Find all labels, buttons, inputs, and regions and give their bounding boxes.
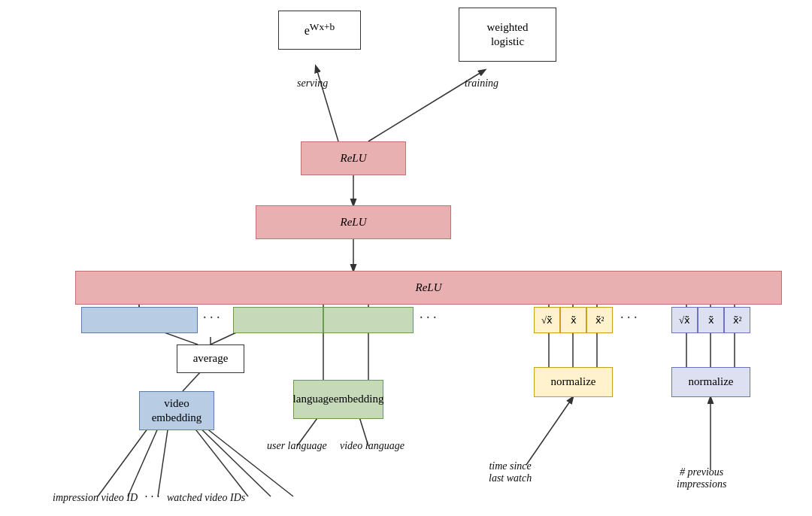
dots-3: · · ·: [620, 310, 638, 326]
average-box: average: [177, 345, 244, 373]
dots-1: · · ·: [203, 310, 220, 326]
video-embedding-box: videoembedding: [139, 391, 214, 430]
normalize-yellow-box: normalize: [534, 367, 613, 397]
svg-line-34: [526, 397, 573, 465]
normalize-purple-box: normalize: [671, 367, 750, 397]
dots-2: · · ·: [420, 310, 437, 326]
serving-label: serving: [297, 77, 328, 90]
exp-box: eWx+b: [278, 11, 361, 50]
user-language-label: user language: [267, 440, 327, 452]
purple-cell-3: x̃²: [724, 307, 750, 333]
svg-line-27: [128, 420, 162, 496]
green-box-1: [233, 307, 323, 333]
green-box-2: [323, 307, 414, 333]
video-language-label: video language: [340, 440, 404, 452]
language-embedding-box: language embedding: [293, 380, 383, 419]
svg-line-31: [195, 420, 293, 496]
relu-bottom: ReLU: [75, 271, 782, 305]
diagram: eWx+b weightedlogistic serving training …: [0, 0, 812, 516]
svg-line-30: [192, 420, 271, 496]
time-since-label: time since last watch: [489, 460, 532, 484]
yellow-cell-1: √x̃: [534, 307, 560, 333]
svg-line-26: [98, 420, 154, 496]
svg-line-29: [188, 420, 248, 496]
yellow-cell-3: x̃²: [586, 307, 613, 333]
relu-top: ReLU: [301, 141, 406, 175]
relu-mid: ReLU: [256, 205, 451, 239]
arrows-svg: [0, 0, 812, 516]
purple-cell-2: x̃: [698, 307, 724, 333]
svg-line-28: [158, 420, 169, 496]
exp-label: eWx+b: [304, 20, 335, 39]
impression-embedding-box: [81, 307, 198, 333]
impression-video-id-label: impression video ID · · · watched video …: [53, 490, 245, 504]
num-previous-label: # previous impressions: [677, 466, 726, 490]
purple-cell-1: √x̃: [671, 307, 698, 333]
weighted-logistic-box: weightedlogistic: [459, 8, 556, 62]
yellow-cell-2: x̃: [560, 307, 586, 333]
training-label: training: [465, 77, 498, 90]
weighted-logistic-label: weightedlogistic: [487, 20, 529, 50]
